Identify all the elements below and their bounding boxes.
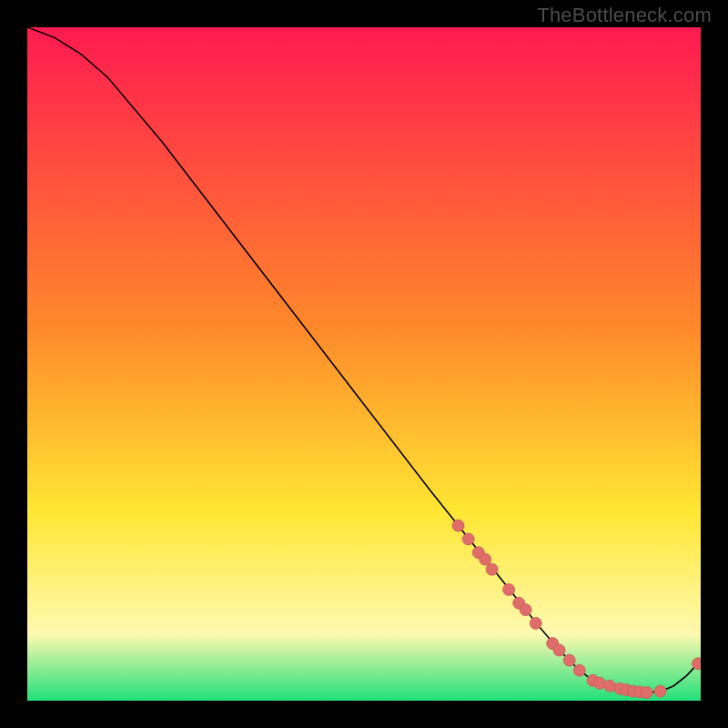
data-marker bbox=[553, 644, 565, 656]
data-marker bbox=[654, 685, 666, 697]
chart-svg bbox=[27, 27, 701, 701]
data-marker bbox=[486, 563, 498, 575]
data-marker bbox=[563, 654, 575, 666]
data-marker bbox=[641, 687, 652, 699]
plot-area bbox=[27, 27, 701, 701]
chart-frame: TheBottleneck.com bbox=[0, 0, 728, 728]
data-marker bbox=[520, 604, 531, 616]
data-marker bbox=[530, 617, 541, 629]
watermark-text: TheBottleneck.com bbox=[537, 4, 712, 27]
data-marker bbox=[452, 520, 464, 531]
data-marker bbox=[573, 664, 585, 676]
data-marker bbox=[462, 533, 474, 545]
data-marker bbox=[480, 553, 491, 565]
data-marker bbox=[693, 658, 701, 670]
gradient-background bbox=[27, 27, 701, 701]
data-marker bbox=[503, 583, 515, 595]
